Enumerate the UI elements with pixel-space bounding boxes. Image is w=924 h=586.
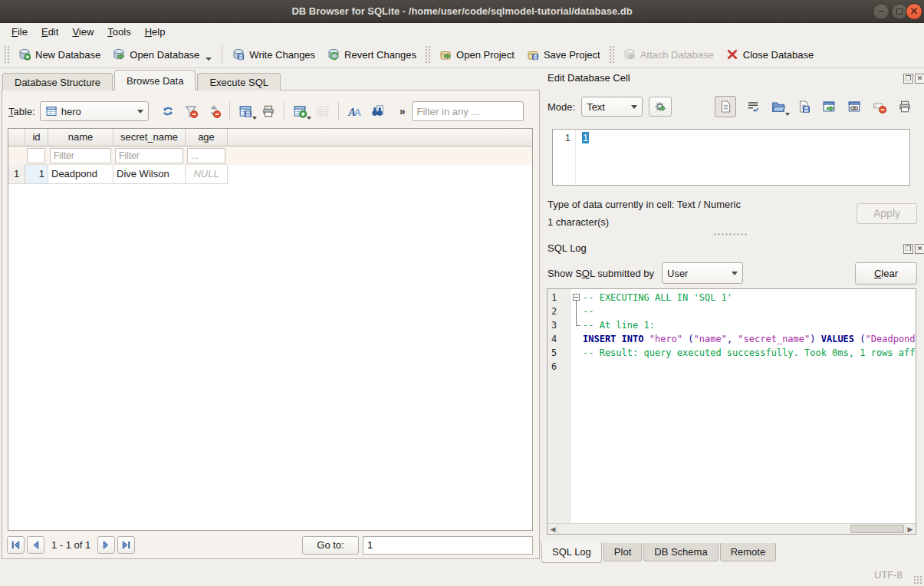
export-data-icon[interactable] — [795, 98, 812, 115]
grid-header-row: id name secret_name age — [8, 129, 532, 146]
log-code: -- — [583, 305, 916, 318]
editor-selected-text: 1 — [582, 132, 589, 143]
goto-record-input[interactable] — [363, 536, 533, 555]
new-database-button[interactable]: New Database — [12, 44, 107, 65]
chevron-down-icon — [631, 105, 637, 109]
sql-source-select[interactable]: User — [662, 262, 743, 284]
save-project-button[interactable]: Save Project — [521, 44, 607, 65]
open-project-button[interactable]: Open Project — [433, 44, 521, 65]
text-mode-icon[interactable] — [715, 96, 736, 117]
window-resize-grip[interactable] — [913, 575, 922, 584]
bottom-tab-remote[interactable]: Remote — [720, 543, 777, 561]
cell-id[interactable]: 1 — [25, 165, 48, 184]
apply-button[interactable]: Apply — [857, 203, 917, 224]
open-in-app-icon[interactable] — [820, 98, 837, 115]
menu-view[interactable]: View — [65, 23, 100, 41]
insert-record-icon[interactable] — [291, 103, 308, 120]
cell-secret-name[interactable]: Dive Wilson — [113, 165, 186, 184]
menu-file[interactable]: File — [5, 23, 35, 41]
bottom-tab-sql-log[interactable]: SQL Log — [541, 542, 602, 563]
clear-sorting-icon[interactable] — [206, 103, 222, 120]
tab-execute-sql[interactable]: Execute SQL — [197, 73, 281, 91]
revert-changes-button[interactable]: Revert Changes — [321, 44, 423, 65]
menu-tools[interactable]: Tools — [100, 23, 137, 41]
filter-age-input[interactable] — [187, 148, 225, 163]
db-write-icon — [232, 48, 245, 61]
set-null-icon[interactable] — [871, 98, 888, 115]
open-database-button[interactable]: Open Database — [107, 44, 218, 65]
auto-switch-mode-button[interactable] — [649, 97, 672, 117]
horizontal-scrollbar[interactable]: ◀ ▶ — [547, 523, 916, 534]
dropdown-arrow-icon[interactable] — [206, 58, 212, 61]
save-results-icon[interactable] — [237, 103, 254, 120]
bottom-tab-db-schema[interactable]: DB Schema — [643, 543, 718, 561]
toolbar-drag-handle[interactable] — [425, 45, 431, 64]
log-line-3: 3-- At line 1: — [547, 318, 916, 332]
dock-splitter-handle[interactable] — [713, 232, 747, 236]
print-icon[interactable] — [260, 103, 277, 120]
cell-editor[interactable]: 1 1 — [552, 129, 910, 186]
font-settings-icon[interactable]: AA — [346, 103, 363, 120]
header-filler — [228, 129, 532, 146]
first-record-button[interactable] — [7, 536, 25, 554]
clear-all-filters-icon[interactable] — [182, 103, 199, 120]
scroll-right-icon[interactable]: ▶ — [905, 525, 915, 534]
row-header[interactable]: 1 — [8, 165, 25, 184]
refresh-table-icon[interactable] — [159, 103, 176, 120]
column-header-name[interactable]: name — [48, 129, 113, 146]
encoding-status: UTF-8 — [874, 569, 903, 581]
dropdown-arrow-icon[interactable] — [307, 117, 311, 120]
cell-age[interactable]: NULL — [186, 165, 228, 184]
write-changes-button[interactable]: Write Changes — [226, 44, 321, 65]
dropdown-arrow-icon[interactable] — [252, 117, 257, 120]
minimize-button[interactable]: − — [873, 3, 889, 20]
filter-name-input[interactable] — [50, 148, 111, 163]
last-record-button[interactable] — [117, 536, 135, 554]
copy-link-icon[interactable] — [846, 98, 863, 115]
close-button[interactable]: ✕ — [906, 3, 922, 20]
filter-secret-name-input[interactable] — [115, 148, 183, 163]
import-data-icon[interactable] — [770, 98, 787, 115]
column-header-secret-name[interactable]: secret_name — [113, 129, 186, 146]
filter-row-corner — [8, 146, 25, 165]
mode-select[interactable]: Text — [581, 97, 643, 117]
table-select[interactable]: hero — [40, 101, 149, 121]
log-code: -- EXECUTING ALL IN 'SQL 1' — [583, 291, 916, 305]
next-record-button[interactable] — [97, 536, 115, 554]
close-database-button[interactable]: Close Database — [720, 44, 820, 65]
db-new-icon — [18, 48, 31, 61]
menu-help[interactable]: Help — [138, 23, 173, 41]
sql-log-view[interactable]: 1-- EXECUTING ALL IN 'SQL 1'2--3-- At li… — [547, 288, 916, 535]
sql-log-lines: 1-- EXECUTING ALL IN 'SQL 1'2--3-- At li… — [547, 291, 916, 374]
filter-id-input[interactable] — [27, 148, 45, 163]
previous-record-button[interactable] — [27, 536, 44, 554]
float-dock-icon[interactable]: ❐ — [903, 74, 913, 84]
toolbar-drag-handle[interactable] — [609, 45, 615, 64]
clear-log-button[interactable]: Clear — [855, 262, 917, 285]
toolbar-overflow-chevron[interactable]: » — [400, 105, 406, 117]
close-dock-icon[interactable]: ✕ — [915, 244, 924, 254]
toolbar-drag-handle[interactable] — [4, 45, 10, 64]
scroll-left-icon[interactable]: ◀ — [548, 525, 558, 534]
cell-name[interactable]: Deadpond — [48, 165, 113, 184]
corner-header[interactable] — [8, 129, 25, 146]
goto-button[interactable]: Go to: — [302, 536, 359, 555]
print-cell-icon[interactable] — [896, 98, 913, 115]
line-number: 4 — [547, 332, 571, 346]
dropdown-arrow-icon[interactable] — [785, 113, 790, 116]
menu-edit[interactable]: Edit — [35, 23, 65, 41]
column-header-age[interactable]: age — [186, 129, 228, 146]
word-wrap-icon[interactable] — [745, 98, 761, 115]
scrollbar-thumb[interactable] — [850, 525, 904, 533]
bottom-tab-plot[interactable]: Plot — [603, 543, 642, 561]
tab-browse-data[interactable]: Browse Data — [114, 70, 196, 91]
close-dock-icon[interactable]: ✕ — [915, 74, 924, 84]
column-header-id[interactable]: id — [25, 129, 48, 146]
tab-database-structure[interactable]: Database Structure — [2, 73, 113, 91]
float-dock-icon[interactable]: ❐ — [903, 244, 913, 254]
fold-collapse-icon[interactable] — [573, 294, 580, 301]
cell-editor-toolbar — [715, 96, 913, 117]
filter-any-column-input[interactable] — [412, 101, 524, 121]
find-in-table-icon[interactable] — [369, 103, 386, 120]
data-grid: id name secret_name age 1 1 Deadpond Div… — [8, 128, 533, 531]
